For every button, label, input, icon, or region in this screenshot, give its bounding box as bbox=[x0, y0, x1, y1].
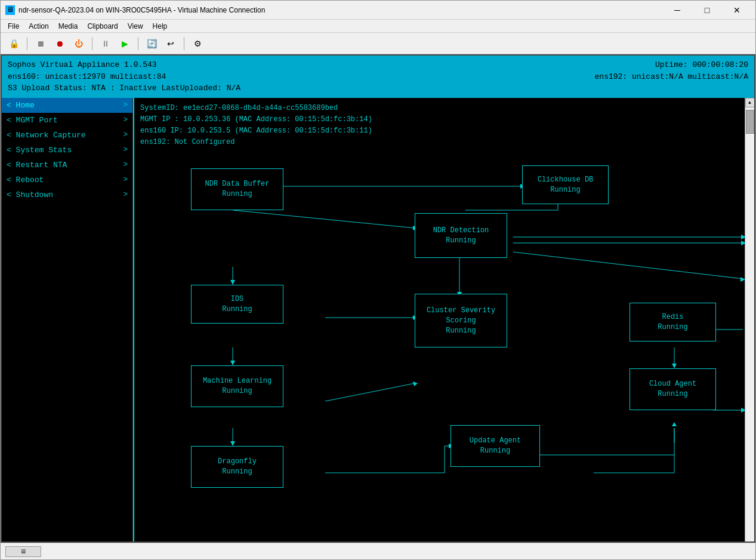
chevron-right-icon: > bbox=[124, 101, 128, 109]
uptime: Uptime: 000:00:08:20 bbox=[655, 59, 748, 71]
toolbar-sep-1 bbox=[27, 37, 27, 50]
chevron-right-icon: > bbox=[124, 116, 128, 124]
machine-learning-box: Machine Learning Running bbox=[191, 365, 283, 407]
chevron-right-icon: > bbox=[124, 161, 128, 169]
appliance-version: Sophos Virtual Appliance 1.0.543 bbox=[8, 59, 157, 71]
taskbar-item[interactable]: 🖥 bbox=[5, 546, 41, 557]
svg-marker-31 bbox=[741, 408, 745, 413]
maximize-button[interactable]: □ bbox=[693, 1, 721, 19]
toolbar-sep-3 bbox=[138, 37, 138, 50]
menu-media[interactable]: Media bbox=[54, 21, 83, 32]
vm-main-area: < Home > < MGMT Port > < Network Capture… bbox=[2, 98, 754, 542]
chevron-right-icon: > bbox=[124, 190, 128, 199]
sidebar-item-mgmt-port[interactable]: < MGMT Port > bbox=[2, 113, 132, 128]
status-header: Sophos Virtual Appliance 1.0.543 Uptime:… bbox=[2, 56, 754, 98]
window-title: ndr-sensor-QA-2023.04 on WIN-3RO0C5495HA… bbox=[18, 6, 664, 14]
dragonfly-box: Dragonfly Running bbox=[191, 446, 283, 488]
toolbar-pause-btn[interactable]: ⏸ bbox=[97, 35, 114, 52]
cluster-severity-box: Cluster Severity Scoring Running bbox=[415, 294, 507, 347]
toolbar-lock-btn[interactable]: 🔒 bbox=[5, 35, 22, 52]
svg-line-22 bbox=[325, 383, 415, 401]
scroll-up-arrow[interactable]: ▲ bbox=[745, 98, 755, 107]
sidebar-item-system-stats[interactable]: < System Stats > bbox=[2, 143, 132, 158]
menu-help[interactable]: Help bbox=[148, 21, 172, 32]
svg-marker-27 bbox=[672, 364, 677, 368]
title-bar: 🖥 ndr-sensor-QA-2023.04 on WIN-3RO0C5495… bbox=[1, 1, 755, 20]
chevron-right-icon: > bbox=[124, 176, 128, 184]
scrollbar[interactable]: ▲ bbox=[745, 98, 754, 542]
sidebar: < Home > < MGMT Port > < Network Capture… bbox=[2, 98, 133, 542]
menu-bar: File Action Media Clipboard View Help bbox=[1, 20, 755, 33]
svg-marker-23 bbox=[413, 381, 418, 386]
menu-clipboard[interactable]: Clipboard bbox=[82, 21, 122, 32]
system-info: SystemID: ee1ecd27-0868-db4d-a44a-cc5583… bbox=[134, 98, 745, 151]
chevron-right-icon: > bbox=[124, 131, 128, 139]
toolbar-sep-4 bbox=[184, 37, 184, 50]
toolbar-record-btn[interactable]: ⏺ bbox=[51, 35, 68, 52]
svg-marker-9 bbox=[741, 235, 745, 239]
toolbar-refresh-btn[interactable]: 🔄 bbox=[143, 35, 160, 52]
svg-marker-21 bbox=[230, 361, 235, 365]
clickhouse-db-box: Clickhouse DB Running bbox=[522, 165, 609, 204]
ens192-stats: ens192: unicast:N/A multicast:N/A bbox=[595, 71, 748, 83]
window-icon: 🖥 bbox=[5, 5, 15, 15]
system-id-line: SystemID: ee1ecd27-0868-db4d-a44a-cc5583… bbox=[140, 103, 739, 114]
redis-box: Redis Running bbox=[630, 303, 716, 341]
svg-marker-33 bbox=[672, 422, 677, 426]
toolbar-sep-2 bbox=[92, 37, 92, 50]
sidebar-item-restart-nta[interactable]: < Restart NTA > bbox=[2, 158, 132, 173]
toolbar-settings-btn[interactable]: ⚙ bbox=[189, 35, 206, 52]
service-diagram: NDR Data Buffer Running Clickhouse DB Ru… bbox=[140, 150, 745, 509]
toolbar-power-btn[interactable]: ⏻ bbox=[70, 35, 87, 52]
menu-action[interactable]: Action bbox=[24, 21, 53, 32]
sidebar-item-shutdown[interactable]: < Shutdown > bbox=[2, 187, 132, 202]
svg-marker-19 bbox=[230, 280, 235, 285]
toolbar-play-btn[interactable]: ▶ bbox=[116, 35, 133, 52]
svg-marker-13 bbox=[740, 277, 745, 282]
sidebar-item-home[interactable]: < Home > bbox=[2, 98, 132, 113]
mgmt-ip-line: MGMT IP : 10.0.253.36 (MAC Address: 00:1… bbox=[140, 114, 739, 125]
sidebar-item-network-capture[interactable]: < Network Capture > bbox=[2, 128, 132, 143]
window: 🖥 ndr-sensor-QA-2023.04 on WIN-3RO0C5495… bbox=[0, 0, 756, 560]
close-button[interactable]: ✕ bbox=[723, 1, 751, 19]
status-bar: 🖥 bbox=[1, 543, 755, 559]
svg-line-3 bbox=[233, 210, 415, 228]
svg-marker-11 bbox=[741, 241, 745, 245]
ndr-detection-box: NDR Detection Running bbox=[415, 213, 507, 258]
s3-upload-status: S3 Upload Status: NTA : Inactive LastUpl… bbox=[8, 84, 240, 93]
chevron-right-icon: > bbox=[124, 146, 128, 154]
ens160-stats: ens160: unicast:12970 multicast:84 bbox=[8, 71, 166, 83]
menu-view[interactable]: View bbox=[123, 21, 148, 32]
ndr-data-buffer-box: NDR Data Buffer Running bbox=[191, 168, 283, 210]
svg-line-12 bbox=[513, 252, 743, 279]
minimize-button[interactable]: ─ bbox=[664, 1, 691, 19]
svg-marker-25 bbox=[230, 441, 235, 446]
update-agent-box: Update Agent Running bbox=[450, 425, 540, 467]
cloud-agent-box: Cloud Agent Running bbox=[630, 368, 716, 410]
ens160-ip-line: ens160 IP: 10.0.253.5 (MAC Address: 00:1… bbox=[140, 125, 739, 137]
title-bar-buttons: ─ □ ✕ bbox=[664, 1, 751, 19]
toolbar: 🔒 ⏹ ⏺ ⏻ ⏸ ▶ 🔄 ↩ ⚙ bbox=[1, 33, 755, 54]
menu-file[interactable]: File bbox=[3, 21, 24, 32]
ids-box: IDS Running bbox=[191, 285, 283, 324]
scroll-thumb[interactable] bbox=[746, 110, 754, 134]
toolbar-stop-btn[interactable]: ⏹ bbox=[32, 35, 49, 52]
ens192-line: ens192: Not Configured bbox=[140, 137, 739, 148]
toolbar-undo-btn[interactable]: ↩ bbox=[162, 35, 179, 52]
content-area: SystemID: ee1ecd27-0868-db4d-a44a-cc5583… bbox=[134, 98, 745, 542]
sidebar-item-reboot[interactable]: < Reboot > bbox=[2, 173, 132, 187]
